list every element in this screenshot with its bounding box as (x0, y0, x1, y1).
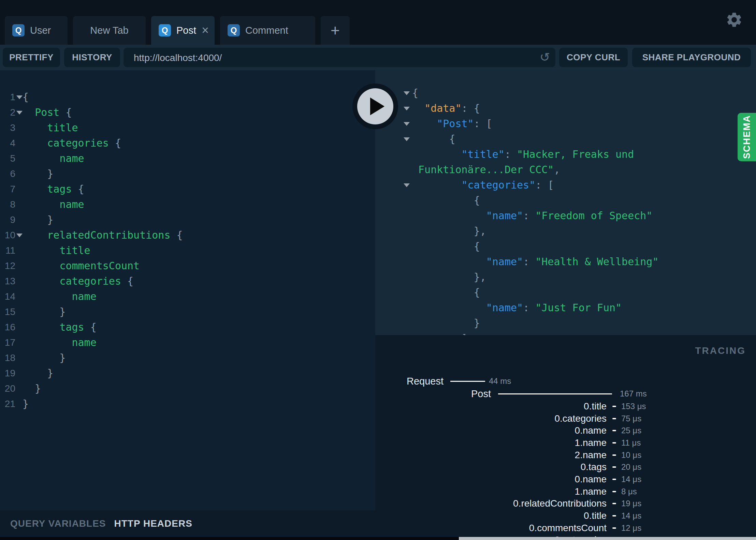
code-text: title (23, 243, 90, 258)
fold-arrow-icon[interactable] (16, 234, 23, 237)
editor-line[interactable]: 16 tags { (0, 319, 375, 335)
play-icon (370, 97, 384, 115)
editor-line[interactable]: 20 } (0, 381, 375, 396)
fold-arrow-icon[interactable] (404, 107, 410, 110)
tab-bar: QUserNew TabQPost×QComment+ (0, 0, 756, 45)
new-tab-button[interactable]: + (321, 16, 350, 45)
tracing-label: 0.name (575, 474, 607, 485)
query-variables-tab[interactable]: QUERY VARIABLES (10, 518, 106, 529)
editor-line[interactable]: 5 name (0, 151, 375, 166)
tracing-bar (612, 491, 616, 492)
code-text: { (412, 285, 480, 300)
query-editor[interactable]: 1{2 Post {3 title4 categories {5 name6 }… (0, 70, 375, 411)
fold-arrow-icon[interactable] (16, 111, 23, 115)
editor-line[interactable]: 10 relatedContributions { (0, 227, 375, 243)
share-playground-button[interactable]: SHARE PLAYGROUND (632, 48, 751, 67)
code-text: } (23, 350, 66, 365)
tracing-label: 2.name (575, 449, 607, 461)
tracing-time: 14 μs (621, 510, 641, 522)
close-icon[interactable]: × (202, 24, 209, 36)
editor-line[interactable]: 19 } (0, 365, 375, 381)
editor-line[interactable]: 4 categories { (0, 135, 375, 151)
tracing-panel: TRACING Request44 msPost167 ms0.title153… (375, 335, 756, 537)
editor-line[interactable]: 3 title (0, 120, 375, 135)
code-text: Post { (23, 105, 72, 120)
line-number: 2 (0, 105, 15, 120)
tracing-row: 0.name25 μs (375, 425, 756, 436)
tabs: QUserNew TabQPost×QComment+ (5, 16, 350, 45)
response-line: { (375, 239, 756, 254)
schema-tab[interactable]: SCHEMA (738, 113, 756, 161)
history-button[interactable]: HISTORY (64, 48, 120, 67)
response-line: }, (375, 223, 756, 239)
tracing-row: 0.title153 μs (375, 401, 756, 412)
editor-line[interactable]: 7 tags { (0, 181, 375, 197)
reload-schema-icon[interactable]: ↺ (540, 50, 550, 65)
line-number: 19 (0, 365, 15, 381)
tracing-time: 14 μs (621, 474, 641, 485)
code-text: ] (412, 331, 468, 335)
endpoint-url-input[interactable] (133, 48, 527, 68)
response-line: { (375, 285, 756, 300)
code-text: } (23, 212, 53, 227)
line-number: 20 (0, 381, 15, 396)
tracing-time: 12 μs (621, 522, 641, 534)
tracing-time: 19 μs (621, 498, 641, 509)
fold-arrow-icon[interactable] (404, 137, 410, 141)
tracing-label: Request (407, 375, 444, 387)
prettify-button[interactable]: PRETTIFY (3, 48, 60, 67)
editor-line[interactable]: 8 name (0, 197, 375, 212)
query-badge: Q (159, 24, 171, 36)
fold-arrow-icon[interactable] (404, 183, 410, 187)
editor-line[interactable]: 14 name (0, 289, 375, 304)
execute-button-circle (357, 88, 393, 124)
line-number: 4 (0, 135, 15, 151)
tracing-row: 0.tags20 μs (375, 461, 756, 473)
line-number: 13 (0, 273, 15, 289)
response-line: "name": "Just For Fun" (375, 300, 756, 315)
editor-line[interactable]: 15 } (0, 304, 375, 319)
code-text: "data": { (412, 101, 480, 116)
query-badge: Q (228, 24, 240, 36)
line-number: 11 (0, 243, 15, 258)
line-number: 16 (0, 319, 15, 335)
code-text: "title": "Hacker, Freaks und (412, 147, 634, 162)
execute-button[interactable] (352, 84, 398, 129)
tab-user[interactable]: QUser (5, 16, 68, 45)
query-editor-pane[interactable]: 1{2 Post {3 title4 categories {5 name6 }… (0, 70, 375, 510)
tracing-label: 0.title (584, 401, 607, 412)
line-number: 7 (0, 181, 15, 197)
tracing-horizontal-scrollbar[interactable] (459, 537, 756, 540)
settings-gear-icon[interactable] (725, 11, 743, 29)
code-text: "categories": [ (412, 177, 554, 193)
editor-line[interactable]: 2 Post { (0, 105, 375, 120)
editor-line[interactable]: 18 } (0, 350, 375, 365)
code-text: { (412, 193, 480, 208)
line-number: 5 (0, 151, 15, 166)
http-headers-tab[interactable]: HTTP HEADERS (114, 518, 192, 529)
code-text: } (23, 365, 53, 381)
fold-arrow-icon[interactable] (16, 95, 23, 99)
editor-line[interactable]: 17 name (0, 335, 375, 350)
editor-line[interactable]: 9 } (0, 212, 375, 227)
editor-line[interactable]: 21} (0, 396, 375, 411)
code-text: }, (412, 269, 486, 285)
editor-line[interactable]: 13 categories { (0, 273, 375, 289)
fold-arrow-icon[interactable] (404, 91, 410, 95)
tab-comment[interactable]: QComment (220, 16, 315, 45)
tracing-bar (612, 406, 616, 407)
line-number: 1 (0, 89, 15, 105)
tracing-time: 8 μs (621, 486, 637, 497)
editor-line[interactable]: 12 commentsCount (0, 258, 375, 273)
editor-line[interactable]: 11 title (0, 243, 375, 258)
copy-curl-button[interactable]: COPY CURL (559, 48, 628, 67)
tab-post[interactable]: QPost× (151, 16, 215, 45)
code-text: } (23, 396, 29, 411)
editor-line[interactable]: 1{ (0, 89, 375, 105)
response-line: "data": { (375, 101, 756, 116)
fold-arrow-icon[interactable] (404, 122, 410, 126)
tracing-title: TRACING (695, 345, 746, 356)
tab-new-tab[interactable]: New Tab (73, 16, 146, 45)
line-number: 8 (0, 197, 15, 212)
editor-line[interactable]: 6 } (0, 166, 375, 181)
